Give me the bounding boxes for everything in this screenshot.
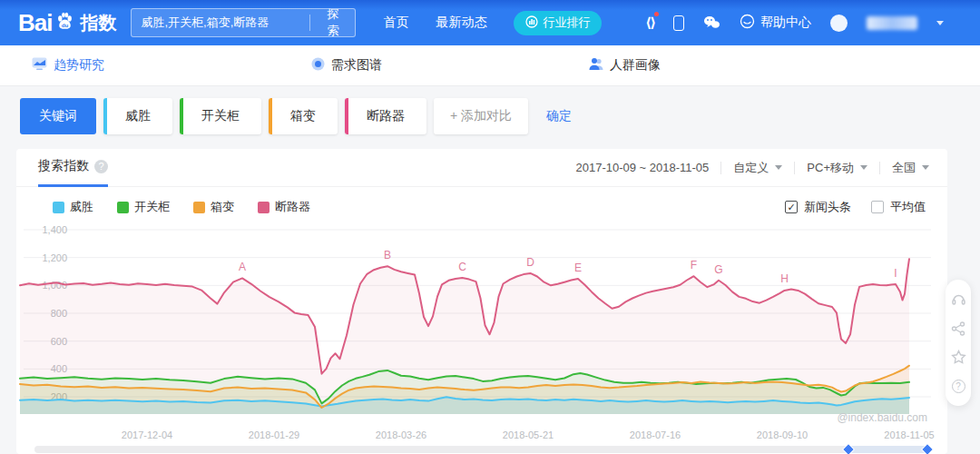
baidu-index-logo[interactable]: Bai du 指数 (18, 9, 116, 37)
search-index-line-chart[interactable]: 2004006008001,0001,2001,400ABCDEFGHI2017… (16, 218, 947, 454)
search-box: 探索 (131, 8, 356, 37)
logo-text-bai: Bai (18, 9, 52, 37)
panel-header: 搜索指数 ? 2017-10-09 ~ 2018-11-05 自定义 PC+移动… (16, 149, 947, 187)
developer-api-icon[interactable]: ⟨⟩ (645, 15, 654, 31)
help-center-link[interactable]: 帮助中心 (740, 14, 811, 32)
event-marker-D[interactable]: D (526, 256, 534, 269)
tab-trend-research[interactable]: 趋势研究 (32, 57, 104, 74)
date-range-value[interactable]: 2017-10-09 ~ 2018-11-05 (575, 161, 709, 174)
y-axis-label: 1,400 (42, 224, 67, 235)
dropdown-region[interactable]: 全国 (892, 160, 929, 176)
x-axis-label: 2017-12-04 (122, 429, 172, 440)
mobile-app-icon[interactable] (673, 15, 684, 31)
tooltip-question-icon[interactable]: ? (94, 160, 108, 173)
dropdown-custom-range[interactable]: 自定义 (733, 160, 782, 176)
logo-text-suffix: 指数 (80, 11, 116, 35)
watermark: @index.baidu.com (837, 411, 927, 424)
keyword-card-weisheng[interactable]: 威胜 (103, 98, 172, 134)
avatar[interactable] (830, 15, 848, 32)
checkbox-news-headlines[interactable]: 新闻头条 (785, 199, 851, 215)
baidu-paw-icon: du (54, 10, 76, 36)
help-question-icon[interactable]: ? (951, 379, 966, 394)
tab-audience-profile-label: 人群画像 (610, 57, 661, 74)
legend-row: 威胜 开关柜 箱变 断路器 新闻头条 平均值 (16, 187, 947, 215)
x-axis-label: 2018-09-10 (757, 429, 808, 440)
chevron-down-icon (775, 165, 782, 170)
event-marker-C[interactable]: C (458, 261, 466, 273)
event-marker-B[interactable]: B (384, 249, 391, 262)
chevron-down-icon (860, 165, 867, 170)
help-icon (740, 14, 755, 32)
person-icon (589, 57, 603, 74)
user-menu-caret[interactable] (936, 21, 944, 25)
share-icon[interactable] (951, 321, 966, 336)
search-index-panel: 搜索指数 ? 2017-10-09 ~ 2018-11-05 自定义 PC+移动… (16, 149, 947, 454)
tab-trend-research-label: 趋势研究 (54, 57, 104, 74)
x-axis-label: 2018-01-29 (249, 429, 299, 440)
industry-rank-button[interactable]: 行业排行 (514, 11, 602, 35)
checkbox-average[interactable]: 平均值 (871, 199, 926, 215)
event-marker-I[interactable]: I (894, 267, 897, 280)
legend-item-kaiguangui[interactable]: 开关柜 (117, 199, 170, 215)
nav-latest-news-link[interactable]: 最新动态 (436, 15, 486, 31)
y-axis-label: 1,200 (42, 252, 67, 263)
side-toolbar: ? (946, 280, 971, 406)
legend-item-weisheng[interactable]: 威胜 (53, 199, 93, 215)
top-navbar: Bai du 指数 探索 首页 最新动态 行业排行 (0, 0, 980, 45)
chart-controls: 2017-10-09 ~ 2018-11-05 自定义 PC+移动 全国 (575, 160, 929, 176)
legend-swatch (53, 202, 64, 213)
datazoom-track[interactable] (34, 446, 931, 453)
checkbox-box (785, 201, 798, 213)
svg-text:du: du (62, 21, 69, 27)
x-axis-label: 2018-05-21 (503, 429, 554, 440)
industry-rank-label: 行业排行 (543, 15, 590, 31)
feedback-headset-icon[interactable] (951, 291, 966, 307)
keyword-color-strip (269, 98, 272, 134)
event-marker-E[interactable]: E (574, 262, 582, 274)
keyword-card-kaiguangui[interactable]: 开关柜 (180, 98, 261, 134)
trend-chart-icon (32, 57, 47, 74)
tab-demand-graph[interactable]: 需求图谱 (311, 57, 382, 74)
event-marker-F[interactable]: F (691, 259, 697, 271)
tab-audience-profile[interactable]: 人群画像 (589, 57, 661, 74)
rank-icon (525, 15, 538, 31)
x-axis-label: 2018-11-05 (884, 429, 934, 440)
keyword-card-xiangbian[interactable]: 箱变 (269, 98, 338, 134)
event-marker-H[interactable]: H (780, 272, 789, 285)
legend-item-duanluqi[interactable]: 断路器 (258, 199, 310, 215)
legend-swatch (193, 202, 205, 213)
user-name-blurred[interactable] (867, 16, 917, 30)
nav-home-link[interactable]: 首页 (383, 15, 408, 31)
event-marker-A[interactable]: A (239, 261, 246, 273)
x-axis-label: 2018-03-26 (376, 429, 426, 440)
wechat-icon[interactable] (703, 15, 720, 30)
radar-dot-icon (311, 57, 325, 74)
tab-search-index[interactable]: 搜索指数 ? (38, 149, 108, 187)
keyword-color-strip (103, 98, 107, 134)
explore-button[interactable]: 探索 (310, 6, 355, 39)
help-center-label: 帮助中心 (760, 15, 811, 31)
tab-demand-graph-label: 需求图谱 (331, 57, 382, 74)
legend-swatch (117, 202, 129, 213)
x-axis-label: 2018-07-16 (630, 429, 681, 440)
keyword-card-duanluqi[interactable]: 断路器 (345, 98, 426, 134)
legend-swatch (258, 202, 270, 213)
keyword-color-strip (180, 98, 183, 134)
legend-item-xiangbian[interactable]: 箱变 (193, 199, 234, 215)
datazoom-selection[interactable] (848, 446, 927, 453)
dropdown-device[interactable]: PC+移动 (807, 160, 867, 176)
keyword-bar: 关键词 威胜 开关柜 箱变 断路器 + 添加对比 确定 (0, 86, 980, 134)
notification-dot (654, 12, 659, 16)
navbar-right-group: ⟨⟩ 帮助中心 (645, 14, 944, 32)
keyword-color-strip (345, 98, 348, 134)
add-compare-button[interactable]: + 添加对比 (434, 98, 528, 134)
confirm-button[interactable]: 确定 (546, 108, 572, 124)
sub-navbar: 趋势研究 需求图谱 人群画像 (0, 45, 980, 86)
checkbox-box (871, 201, 884, 213)
favorite-star-icon[interactable] (951, 350, 966, 365)
keyword-label-button[interactable]: 关键词 (20, 98, 96, 134)
search-input[interactable] (132, 16, 309, 30)
event-marker-G[interactable]: G (714, 263, 722, 276)
chevron-down-icon (922, 165, 929, 170)
